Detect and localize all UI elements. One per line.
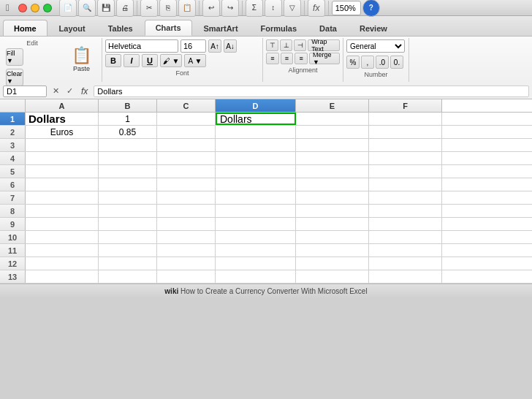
- row-num-1[interactable]: 1: [0, 113, 26, 125]
- row-num-12[interactable]: 12: [0, 257, 26, 270]
- cell-b7[interactable]: [99, 191, 157, 204]
- row-num-3[interactable]: 3: [0, 139, 26, 151]
- cell-reference[interactable]: D1: [3, 86, 47, 97]
- cell-d13[interactable]: [216, 270, 296, 283]
- col-header-b[interactable]: B: [99, 99, 157, 112]
- toolbar-copy[interactable]: ⎘: [159, 0, 177, 17]
- cell-e2[interactable]: [296, 126, 369, 138]
- cell-e9[interactable]: [296, 218, 369, 230]
- close-button[interactable]: [18, 4, 27, 12]
- toolbar-cut[interactable]: ✂: [140, 0, 158, 17]
- formula-input[interactable]: [94, 86, 529, 97]
- cell-e11[interactable]: [296, 244, 369, 256]
- merge-btn[interactable]: Merge ▼: [309, 53, 340, 64]
- font-size-up[interactable]: A↑: [208, 39, 221, 53]
- cell-a8[interactable]: [26, 205, 99, 217]
- cell-e4[interactable]: [296, 152, 369, 164]
- formula-confirm[interactable]: ✓: [64, 86, 75, 97]
- cell-c3[interactable]: [157, 139, 216, 151]
- tab-formulas[interactable]: Formulas: [250, 20, 308, 36]
- tab-review[interactable]: Review: [349, 20, 398, 36]
- toolbar-icon-1[interactable]: 📄: [59, 0, 77, 17]
- tab-tables[interactable]: Tables: [97, 20, 144, 36]
- cell-b9[interactable]: [99, 218, 157, 230]
- row-num-2[interactable]: 2: [0, 126, 26, 138]
- cell-b10[interactable]: [99, 231, 157, 243]
- cell-c5[interactable]: [157, 165, 216, 178]
- zoom-input[interactable]: 150%: [332, 1, 361, 15]
- cell-a4[interactable]: [26, 152, 99, 164]
- cell-b8[interactable]: [99, 205, 157, 217]
- toolbar-undo[interactable]: ↩: [202, 0, 220, 17]
- col-header-c[interactable]: C: [157, 99, 216, 112]
- cell-d3[interactable]: [216, 139, 296, 151]
- formula-cancel[interactable]: ✕: [50, 86, 61, 97]
- cell-f5[interactable]: [369, 165, 442, 178]
- align-center[interactable]: ≡: [281, 53, 294, 64]
- cell-a6[interactable]: [26, 178, 99, 191]
- cell-d4[interactable]: [216, 152, 296, 164]
- toolbar-icon-2[interactable]: 🔍: [78, 0, 96, 17]
- cell-f7[interactable]: [369, 191, 442, 204]
- cell-f3[interactable]: [369, 139, 442, 151]
- col-header-a[interactable]: A: [26, 99, 99, 112]
- toolbar-icon-4[interactable]: 🖨: [116, 0, 134, 17]
- cell-d2[interactable]: [216, 126, 296, 138]
- cell-f4[interactable]: [369, 152, 442, 164]
- fill-btn[interactable]: Fill ▼: [6, 48, 23, 66]
- cell-f1[interactable]: [369, 113, 442, 125]
- tab-layout[interactable]: Layout: [48, 20, 96, 36]
- highlight-btn[interactable]: 🖌 ▼: [160, 54, 182, 67]
- cell-c8[interactable]: [157, 205, 216, 217]
- tab-data[interactable]: Data: [308, 20, 348, 36]
- percent-btn[interactable]: %: [346, 56, 360, 69]
- row-num-5[interactable]: 5: [0, 165, 26, 178]
- row-num-11[interactable]: 11: [0, 244, 26, 256]
- font-size-down[interactable]: A↓: [224, 39, 237, 53]
- cell-f12[interactable]: [369, 257, 442, 270]
- minimize-button[interactable]: [31, 4, 39, 12]
- align-left[interactable]: ≡: [266, 53, 279, 64]
- cell-a3[interactable]: [26, 139, 99, 151]
- cell-a5[interactable]: [26, 165, 99, 178]
- tab-home[interactable]: Home: [3, 20, 48, 36]
- align-right[interactable]: ≡: [294, 53, 308, 64]
- cell-d1[interactable]: Dollars: [216, 113, 296, 125]
- cell-b11[interactable]: [99, 244, 157, 256]
- cell-e13[interactable]: [296, 270, 369, 283]
- cell-e10[interactable]: [296, 231, 369, 243]
- cell-c10[interactable]: [157, 231, 216, 243]
- cell-c6[interactable]: [157, 178, 216, 191]
- toolbar-fx[interactable]: fx: [308, 0, 325, 17]
- cell-c13[interactable]: [157, 270, 216, 283]
- cell-a13[interactable]: [26, 270, 99, 283]
- cell-f13[interactable]: [369, 270, 442, 283]
- toolbar-help[interactable]: ?: [362, 0, 380, 17]
- cell-a1[interactable]: Dollars: [26, 113, 99, 125]
- cell-c9[interactable]: [157, 218, 216, 230]
- window-controls[interactable]: [18, 4, 52, 12]
- cell-f9[interactable]: [369, 218, 442, 230]
- cell-c12[interactable]: [157, 257, 216, 270]
- cell-f10[interactable]: [369, 231, 442, 243]
- toolbar-redo[interactable]: ↪: [221, 0, 239, 17]
- cell-b13[interactable]: [99, 270, 157, 283]
- tab-smartart[interactable]: SmartArt: [193, 20, 249, 36]
- row-num-13[interactable]: 13: [0, 270, 26, 283]
- row-num-7[interactable]: 7: [0, 191, 26, 204]
- cell-c4[interactable]: [157, 152, 216, 164]
- cell-e6[interactable]: [296, 178, 369, 191]
- cell-a9[interactable]: [26, 218, 99, 230]
- row-num-8[interactable]: 8: [0, 205, 26, 217]
- underline-btn[interactable]: U: [142, 54, 158, 67]
- col-header-e[interactable]: E: [296, 99, 369, 112]
- cell-a10[interactable]: [26, 231, 99, 243]
- font-size-input[interactable]: [180, 39, 206, 53]
- row-num-4[interactable]: 4: [0, 152, 26, 164]
- cell-b12[interactable]: [99, 257, 157, 270]
- cell-d5[interactable]: [216, 165, 296, 178]
- cell-a7[interactable]: [26, 191, 99, 204]
- bold-btn[interactable]: B: [105, 54, 121, 67]
- cell-d12[interactable]: [216, 257, 296, 270]
- cell-c1[interactable]: [157, 113, 216, 125]
